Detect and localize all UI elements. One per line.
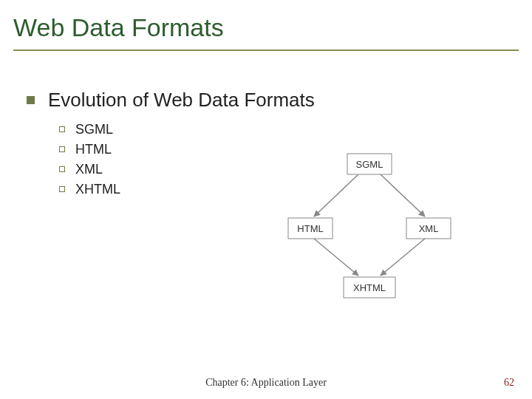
hierarchy-diagram: SGML HTML XML XHTML — [266, 148, 473, 310]
diagram-node-top: SGML — [356, 159, 383, 170]
square-bullet-icon — [27, 96, 35, 104]
svg-line-6 — [314, 239, 358, 276]
bullet-level1: Evolution of Web Data Formats — [27, 89, 507, 112]
list-item-label: XHTML — [75, 182, 120, 197]
list-item-label: SGML — [75, 122, 113, 137]
list-item-label: HTML — [75, 142, 112, 157]
diagram-node-bottom: XHTML — [353, 282, 386, 293]
list-item: SGML — [59, 122, 507, 137]
page-number: 62 — [504, 377, 514, 389]
svg-line-4 — [314, 174, 358, 216]
footer-chapter: Chapter 6: Application Layer — [0, 377, 532, 389]
open-square-bullet-icon — [59, 126, 65, 132]
diagram-node-right: XML — [419, 223, 439, 234]
open-square-bullet-icon — [59, 166, 65, 172]
open-square-bullet-icon — [59, 146, 65, 152]
diagram-node-left: HTML — [297, 223, 323, 234]
list-item-label: XML — [75, 162, 103, 177]
slide-title: Web Data Formats — [13, 13, 519, 51]
svg-line-7 — [381, 239, 425, 276]
heading-text: Evolution of Web Data Formats — [48, 89, 315, 112]
svg-line-5 — [381, 174, 425, 216]
open-square-bullet-icon — [59, 186, 65, 192]
